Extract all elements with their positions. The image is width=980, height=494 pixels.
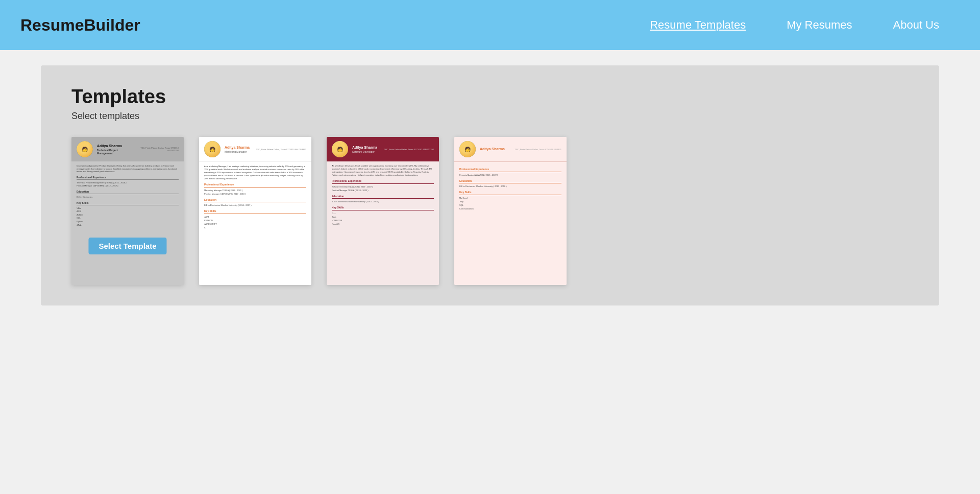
- t3-skill-2: Java: [332, 216, 434, 219]
- t4-exp-1: Financial Analyst AMAZON ( 2016 - 2022 ): [459, 174, 561, 177]
- t1-edu-title: Education: [77, 190, 179, 194]
- t4-header: 🧑 Aditya Sharma TSC, Finite Palace Dalla…: [454, 137, 567, 162]
- t1-role: Technical Project Management: [97, 149, 130, 155]
- templates-container: Templates Select templates 🧑 Aditya Shar…: [41, 65, 939, 305]
- t1-skill-4: SQL: [77, 217, 179, 220]
- t1-body: Innovative and proactive Product Manager…: [71, 161, 184, 230]
- t3-exp-2: Product Manager TESLA ( 2018 - 2020 ): [332, 189, 434, 192]
- t1-skill-6: JAVA: [77, 224, 179, 227]
- t1-header: 🧑 Aditya Sharma Technical Project Manage…: [71, 137, 184, 161]
- t2-edu-title: Education: [204, 198, 306, 203]
- t4-skill-2: Tally: [459, 200, 561, 203]
- t2-summary: As a Marketing Manager, I led strategic …: [204, 165, 306, 180]
- t4-edu-title: Education: [459, 179, 561, 184]
- t3-skill-4: ReactJS: [332, 223, 434, 226]
- avatar-face-2: 🧑: [204, 141, 220, 157]
- t3-header: 🧑 Aditya Sharma Software Developer TSC, …: [327, 137, 439, 161]
- t2-header: 🧑 Aditya Sharma Marketing Manager TSC, F…: [199, 137, 311, 162]
- t4-exp-title: Professional Experience: [459, 168, 561, 172]
- t1-exp-2: Product Manager CAPGEMINI ( 2012 - 2017 …: [77, 184, 179, 187]
- template-card-3[interactable]: 🧑 Aditya Sharma Software Developer TSC, …: [327, 137, 439, 285]
- t2-contact: TSC, Finite Palace Dallas, Texas 0775010…: [256, 148, 306, 151]
- t3-edu-title: Education: [332, 195, 434, 199]
- t3-exp-title: Professional Experience: [332, 179, 434, 184]
- t4-edu-1: B.E in Electronics Mumbai University ( 2…: [459, 185, 561, 188]
- t2-exp-2: Product Manager CAPGEMINI ( 2017 - 2019 …: [204, 193, 306, 196]
- t1-skill-1: VBA: [77, 207, 179, 210]
- template-card-1[interactable]: 🧑 Aditya Sharma Technical Project Manage…: [71, 137, 184, 285]
- t2-skill-2: PYTHON: [204, 219, 306, 222]
- avatar-face-4: 🧑: [459, 141, 476, 157]
- t2-name-block: Aditya Sharma Marketing Manager: [225, 145, 250, 153]
- t1-name: Aditya Sharma: [97, 144, 130, 148]
- t3-skills-title: Key Skills: [332, 206, 434, 210]
- page-subtitle: Select templates: [71, 111, 909, 122]
- t1-exp-title: Professional Experience: [77, 176, 179, 180]
- t3-contact: TSC, Finite Palace Dallas, Texas 0775010…: [384, 148, 434, 151]
- t4-skill-1: Ms Excel: [459, 197, 561, 200]
- t3-skill-3: HTML/CSS: [332, 219, 434, 222]
- t3-avatar: 🧑: [332, 141, 348, 157]
- t2-exp-title: Professional Experience: [204, 183, 306, 187]
- t1-skill-3: AJKLE: [77, 214, 179, 217]
- t3-body: As a Software Developer, I built scalabl…: [327, 161, 439, 229]
- t4-skill-3: SQL: [459, 204, 561, 207]
- t2-name: Aditya Sharma: [225, 145, 250, 150]
- header: ResumeBuilder Resume Templates My Resume…: [0, 0, 980, 50]
- t2-edu-1: B.E in Electronics Mumbai University ( 2…: [204, 204, 306, 207]
- t3-edu-1: B.E in Electronics Mumbai University ( 2…: [332, 200, 434, 203]
- t2-role: Marketing Manager: [225, 150, 250, 153]
- t2-skill-3: JAVA SCRIPT: [204, 223, 306, 226]
- select-template-btn-1[interactable]: Select Template: [88, 238, 166, 254]
- t4-skills-title: Key Skills: [459, 191, 561, 195]
- t3-name-block: Aditya Sharma Software Developer: [352, 145, 377, 153]
- t4-name-block: Aditya Sharma: [480, 147, 505, 151]
- t2-body: As a Marketing Manager, I led strategic …: [199, 162, 311, 233]
- avatar-face-1: 🧑: [77, 141, 93, 157]
- t3-name: Aditya Sharma: [352, 145, 377, 150]
- t1-name-block: Aditya Sharma Technical Project Manageme…: [97, 144, 130, 154]
- templates-grid: 🧑 Aditya Sharma Technical Project Manage…: [71, 137, 909, 285]
- template-card-2[interactable]: 🧑 Aditya Sharma Marketing Manager TSC, F…: [199, 137, 311, 285]
- t2-skill-1: JAVA: [204, 216, 306, 219]
- template-card-4[interactable]: 🧑 Aditya Sharma TSC, Finite Palace Dalla…: [454, 137, 567, 285]
- t1-exp-1: Technical Project Management | TESLA ( 2…: [77, 181, 179, 184]
- t3-skill-1: C++: [332, 212, 434, 215]
- t4-name: Aditya Sharma: [480, 147, 505, 151]
- t4-avatar: 🧑: [459, 141, 476, 157]
- t1-skill-2: ACIZ: [77, 210, 179, 213]
- t2-avatar: 🧑: [204, 141, 220, 157]
- t3-exp-1: Software Developer AMAZON ( 2019 - 2022 …: [332, 185, 434, 189]
- t3-role: Software Developer: [352, 150, 377, 153]
- t2-skills-title: Key Skills: [204, 209, 306, 214]
- t2-exp-1: Marketing Manager TESLA ( 2019 - 2022 ): [204, 189, 306, 192]
- t1-edu-1: B.E in Electronics: [77, 196, 179, 199]
- t1-summary: Innovative and proactive Product Manager…: [77, 164, 179, 173]
- t1-skills-title: Key Skills: [77, 201, 179, 205]
- avatar-face-3: 🧑: [332, 141, 348, 157]
- nav-resume-templates[interactable]: Resume Templates: [629, 18, 766, 32]
- page-title: Templates: [71, 86, 909, 108]
- t4-body: Professional Experience Financial Analys…: [454, 162, 567, 214]
- t3-summary: As a Software Developer, I built scalabl…: [332, 164, 434, 177]
- t4-contact: TSC, Finite Palace Dallas, Texas 4756541…: [514, 148, 561, 151]
- logo: ResumeBuilder: [20, 16, 629, 35]
- main-content: Templates Select templates 🧑 Aditya Shar…: [0, 50, 980, 321]
- main-nav: Resume Templates My Resumes About Us: [629, 18, 960, 32]
- t2-skill-4: C: [204, 226, 306, 229]
- nav-about-us[interactable]: About Us: [873, 18, 960, 32]
- nav-my-resumes[interactable]: My Resumes: [766, 18, 872, 32]
- t1-skill-5: Python: [77, 220, 179, 223]
- t4-skill-4: Communication: [459, 207, 561, 210]
- t1-avatar: 🧑: [77, 141, 93, 157]
- t1-contact: TSC, Finite Palace Dallas, Texas 0775010…: [134, 147, 179, 152]
